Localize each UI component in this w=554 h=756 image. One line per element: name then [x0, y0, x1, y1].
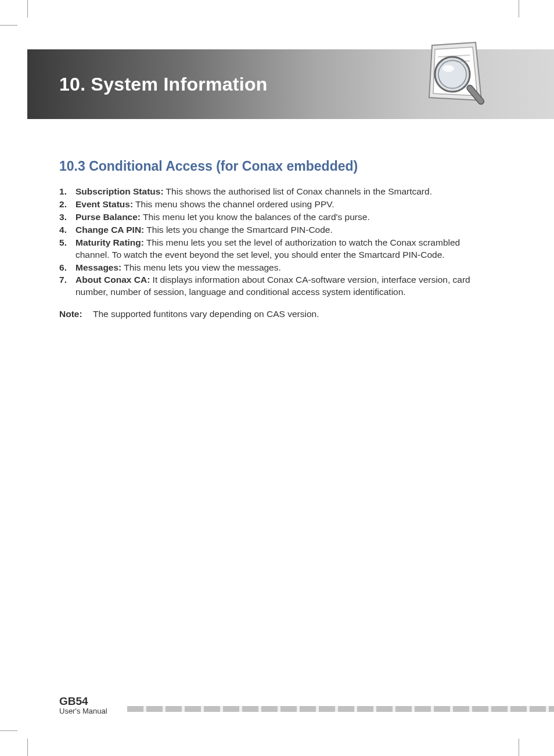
- footer-stripe: [127, 706, 554, 712]
- list-item-desc: This shows the authorised list of Conax …: [164, 186, 432, 196]
- list-item-term: Purse Balance:: [75, 212, 141, 222]
- list-item-term: Messages:: [75, 262, 121, 272]
- list-item: Messages: This menu lets you view the me…: [59, 262, 487, 274]
- crop-mark: [27, 0, 28, 17]
- page-footer: GB54 User's Manual: [59, 695, 554, 715]
- svg-point-6: [443, 65, 454, 72]
- note-label: Note:: [59, 309, 93, 319]
- magnifier-document-icon-svg: [415, 37, 493, 124]
- list-item: Event Status: This menu shows the channe…: [59, 199, 487, 211]
- chapter-title: 10. System Information: [59, 74, 268, 95]
- list-item-term: Change CA PIN:: [75, 225, 144, 235]
- page-content: 10. System Information 10.3 Conditional …: [27, 25, 519, 730]
- crop-mark: [27, 739, 28, 756]
- crop-mark: [0, 730, 17, 731]
- section-title: 10.3 Conditional Access (for Conax embed…: [59, 159, 487, 174]
- note-row: Note: The supported funtitons vary depen…: [59, 309, 487, 319]
- list-item: Maturity Rating: This menu lets you set …: [59, 237, 487, 261]
- list-item-term: Event Status:: [75, 199, 133, 209]
- note-text: The supported funtitons vary depending o…: [93, 309, 319, 319]
- list-item-term: About Conax CA:: [75, 275, 150, 285]
- list-item: Purse Balance: This menu let you know th…: [59, 211, 487, 224]
- list-item-term: Subscription Status:: [75, 186, 164, 196]
- numbered-list: Subscription Status: This shows the auth…: [59, 186, 487, 298]
- list-item-desc: This lets you change the Smartcard PIN-C…: [144, 225, 333, 235]
- magnifier-document-icon: [415, 37, 493, 124]
- list-item-desc: This menu lets you view the messages.: [121, 262, 281, 272]
- list-item-desc: This menu shows the channel ordered usin…: [133, 199, 334, 209]
- crop-mark: [519, 739, 519, 756]
- crop-mark: [519, 0, 519, 17]
- list-item: Change CA PIN: This lets you change the …: [59, 224, 487, 236]
- crop-marks-top: [0, 0, 554, 26]
- list-item-term: Maturity Rating:: [75, 237, 144, 247]
- list-item: About Conax CA: It displays information …: [59, 274, 487, 298]
- svg-point-5: [438, 60, 466, 88]
- list-item: Subscription Status: This shows the auth…: [59, 186, 487, 198]
- list-item-desc: This menu let you know the balances of t…: [141, 212, 370, 222]
- crop-mark: [0, 25, 17, 26]
- content-area: 10.3 Conditional Access (for Conax embed…: [59, 159, 487, 319]
- crop-marks-bottom: [0, 730, 554, 756]
